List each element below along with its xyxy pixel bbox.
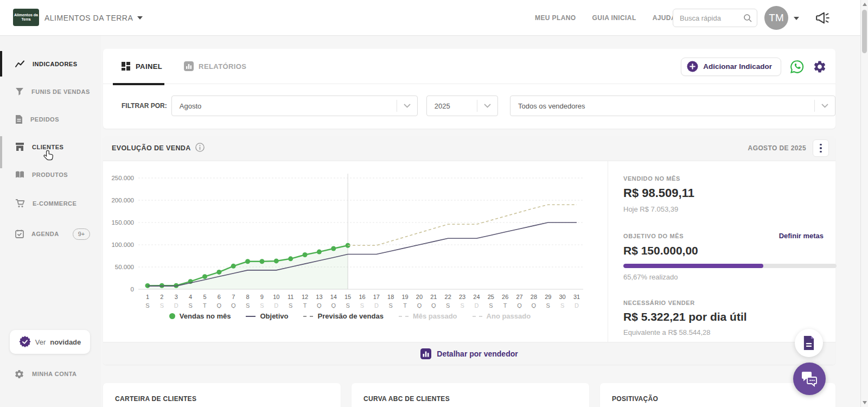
search-icon (743, 14, 752, 23)
svg-text:11: 11 (288, 294, 293, 300)
detail-by-seller-button[interactable]: Detalhar por vendedor (420, 348, 518, 359)
logo-line2: Terra (22, 17, 31, 22)
svg-text:D: D (374, 302, 379, 308)
svg-text:S: S (446, 302, 450, 308)
settings-gear-icon[interactable] (813, 60, 827, 74)
svg-text:15: 15 (344, 294, 351, 300)
company-name: ALIMENTOS DA TERRA (44, 14, 133, 22)
tab-painel[interactable]: PAINEL (122, 49, 162, 84)
scroll-up-arrow[interactable] (863, 3, 867, 6)
legend-label: Vendas no mês (180, 312, 231, 320)
info-icon[interactable] (195, 143, 205, 154)
whats-new-button[interactable]: Ver novidade (10, 330, 90, 354)
legend-item[interactable]: Ano passado (473, 312, 531, 320)
quick-search[interactable] (673, 9, 757, 27)
scroll-down-arrow[interactable] (863, 401, 867, 404)
legend-item[interactable]: Objetivo (246, 312, 288, 320)
scrollbar-thumb[interactable] (862, 10, 867, 53)
company-switcher[interactable]: ALIMENTOS DA TERRA (44, 0, 143, 36)
page-scrollbar[interactable] (860, 0, 868, 407)
bar-chart-icon (420, 348, 431, 359)
chat-fab-button[interactable] (793, 363, 826, 395)
tab-label: PAINEL (136, 62, 162, 71)
svg-text:14: 14 (330, 294, 337, 300)
catalog-icon (15, 171, 24, 179)
svg-text:13: 13 (316, 294, 322, 300)
svg-text:21: 21 (430, 294, 437, 300)
main-content: PAINEL RELATÓRIOS Adic (101, 36, 860, 407)
need-sell-label: NECESSÁRIO VENDER (623, 300, 829, 306)
whatsapp-icon[interactable] (789, 59, 805, 75)
kebab-menu-icon[interactable] (813, 139, 829, 157)
announcements-icon[interactable] (815, 10, 831, 28)
sidebar-item-pedidos[interactable]: PEDIDOS (0, 105, 101, 133)
sidebar-item-agenda[interactable]: AGENDA 9+ (0, 219, 101, 249)
svg-text:6: 6 (218, 294, 221, 300)
logo-line1: Alimentos da (14, 13, 38, 17)
avatar[interactable]: TM (764, 6, 788, 30)
svg-text:26: 26 (502, 294, 508, 300)
gear-icon (14, 369, 24, 379)
nav-guia-inicial[interactable]: GUIA INICIAL (592, 14, 636, 22)
dashboard-grid-icon (122, 62, 131, 71)
sidebar-item-clientes[interactable]: CLIENTES (0, 133, 101, 161)
tab-relatorios[interactable]: RELATÓRIOS (184, 49, 246, 84)
sidebar-item-label: CLIENTES (32, 144, 63, 150)
sidebar: INDICADORES FUNIS DE VENDAS PEDIDOS CLIE… (0, 36, 101, 407)
svg-text:S: S (346, 302, 349, 308)
legend-swatch (399, 316, 409, 317)
legend-item[interactable]: Vendas no mês (169, 312, 231, 320)
document-icon (15, 115, 23, 124)
sidebar-item-minha-conta[interactable]: MINHA CONTA (0, 364, 101, 384)
legend-item[interactable]: Previsão de vendas (303, 312, 383, 320)
sidebar-item-indicadores[interactable]: INDICADORES (0, 50, 101, 78)
svg-text:27: 27 (516, 294, 522, 300)
legend-label: Previsão de vendas (317, 312, 383, 320)
sidebar-item-funis-de-vendas[interactable]: FUNIS DE VENDAS (0, 78, 101, 105)
filter-label: FILTRAR POR: (122, 102, 167, 110)
sidebar-item-produtos[interactable]: PRODUTOS (0, 161, 101, 188)
chevron-down-icon (821, 104, 828, 108)
sellers-value: Todos os vendedores (510, 102, 814, 110)
svg-text:16: 16 (359, 294, 365, 300)
year-dropdown[interactable]: 2025 (426, 96, 498, 116)
notes-fab-button[interactable] (795, 329, 823, 357)
storefront-icon (15, 143, 24, 151)
define-goals-link[interactable]: Definir metas (779, 232, 824, 240)
avatar-menu-caret-icon[interactable] (794, 17, 799, 20)
svg-text:S: S (389, 302, 393, 308)
svg-text:Q: Q (517, 302, 522, 308)
card-title: CURVA ABC DE CLIENTES (352, 383, 589, 403)
svg-text:S: S (188, 302, 192, 308)
sellers-dropdown[interactable]: Todos os vendedores (510, 96, 835, 116)
filter-row: FILTRAR POR: Agosto 2025 Todos os vended… (103, 84, 835, 128)
sold-today-value: Hoje R$ 7.053,39 (623, 205, 829, 213)
svg-text:T: T (403, 302, 407, 308)
svg-text:S: S (560, 302, 564, 308)
nav-meu-plano[interactable]: MEU PLANO (535, 14, 576, 22)
svg-text:50.000: 50.000 (115, 264, 134, 270)
sidebar-item-label: INDICADORES (33, 61, 78, 67)
calendar-icon (15, 230, 24, 238)
svg-text:150.000: 150.000 (111, 219, 134, 226)
search-input[interactable] (680, 14, 743, 22)
evolution-card: EVOLUÇÃO DE VENDA AGOSTO DE 2025 250.000… (103, 136, 835, 365)
sold-month-label: VENDIDO NO MÊS (623, 175, 829, 182)
legend-item[interactable]: Mês passado (399, 312, 457, 320)
svg-text:Q: Q (431, 302, 436, 308)
month-dropdown[interactable]: Agosto (171, 96, 418, 116)
svg-text:18: 18 (387, 294, 394, 300)
add-indicator-button[interactable]: Adicionar Indicador (681, 58, 781, 76)
panel-card: PAINEL RELATÓRIOS Adic (103, 49, 835, 129)
svg-text:Q: Q (231, 302, 236, 308)
card-carteira-de-clientes: CARTEIRA DE CLIENTES (103, 383, 341, 407)
company-logo[interactable]: Alimentos da Terra (13, 9, 39, 26)
evolution-footer: Detalhar por vendedor (103, 342, 835, 365)
sidebar-item-label: FUNIS DE VENDAS (31, 88, 90, 95)
svg-text:100.000: 100.000 (111, 241, 134, 248)
evolution-chart: 250.000200.000150.000100.00050.00001S2S3… (108, 168, 591, 308)
svg-text:5: 5 (203, 294, 206, 300)
sidebar-item-ecommerce[interactable]: E-COMMERCE (0, 188, 101, 219)
svg-text:S: S (360, 302, 364, 308)
svg-text:D: D (474, 302, 478, 308)
